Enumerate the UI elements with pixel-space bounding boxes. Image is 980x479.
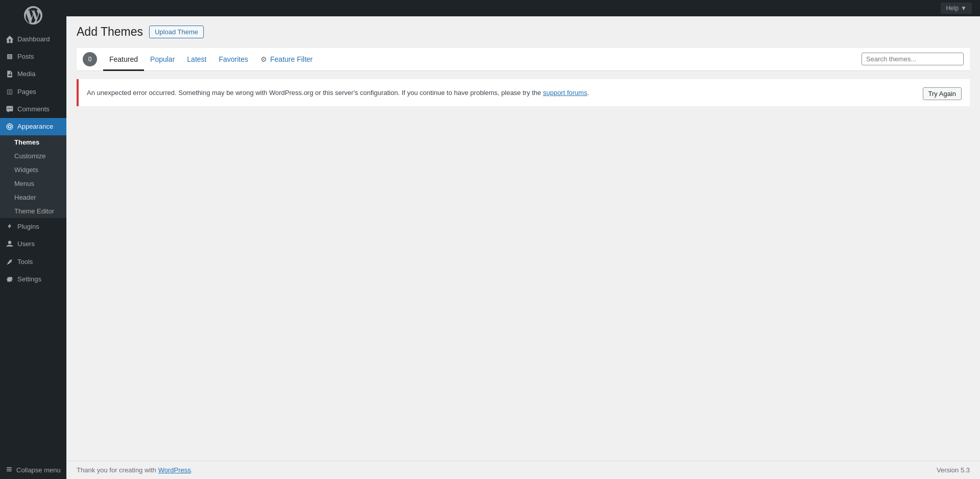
error-notice: An unexpected error occurred. Something … [77,79,970,106]
upload-theme-button[interactable]: Upload Theme [149,26,204,38]
sidebar-item-theme-editor[interactable]: Theme Editor [0,204,66,218]
sidebar-item-comments-label: Comments [17,105,50,114]
sidebar-item-menus[interactable]: Menus [0,177,66,190]
users-icon [5,240,14,249]
posts-icon [5,52,14,61]
try-again-button[interactable]: Try Again [923,87,962,100]
settings-icon [5,275,14,284]
support-forums-link[interactable]: support forums [543,89,587,97]
error-message: An unexpected error occurred. Something … [87,89,919,97]
sidebar-item-pages-label: Pages [17,87,36,97]
main-content: Help ▼ Add Themes Upload Theme 0 Feature… [66,0,980,479]
sidebar-item-tools[interactable]: Tools [0,253,66,271]
help-arrow: ▼ [961,5,967,12]
tab-favorites[interactable]: Favorites [212,48,254,71]
footer: Thank you for creating with WordPress. V… [66,461,980,479]
pages-icon [5,87,14,97]
search-themes-input[interactable] [862,53,964,65]
comments-icon [5,105,14,114]
sidebar-item-dashboard[interactable]: Dashboard [0,31,66,48]
help-button[interactable]: Help ▼ [941,3,972,14]
tab-feature-filter[interactable]: ⚙ Feature Filter [254,48,319,71]
topbar: Help ▼ [66,0,980,16]
theme-count-badge: 0 [83,52,97,66]
sidebar-item-widgets[interactable]: Widgets [0,163,66,177]
wordpress-link[interactable]: WordPress [158,466,191,474]
page-title: Add Themes [77,25,143,40]
sidebar-item-posts-label: Posts [17,52,34,61]
sidebar-item-users-label: Users [17,240,35,249]
collapse-menu-item[interactable]: Collapse menu [0,461,66,479]
sidebar-item-appearance[interactable]: Appearance [0,118,66,135]
help-label: Help [946,5,959,12]
feature-filter-label: Feature Filter [270,55,313,63]
appearance-icon [5,122,14,131]
sidebar-item-posts[interactable]: Posts [0,48,66,65]
page-content: Add Themes Upload Theme 0 Featured Popul… [66,16,980,461]
tabs-bar: 0 Featured Popular Latest Favorites ⚙ Fe… [77,48,970,71]
error-message-text: An unexpected error occurred. Something … [87,89,543,97]
sidebar-item-plugins[interactable]: Plugins [0,218,66,235]
footer-text: Thank you for creating with WordPress. [77,466,193,474]
tab-popular[interactable]: Popular [144,48,181,71]
sidebar-item-pages[interactable]: Pages [0,83,66,101]
error-message-end: . [587,89,589,97]
plugins-icon [5,222,14,231]
appearance-submenu: Themes Customize Widgets Menus Header Th… [0,135,66,218]
version-label: Version 5.3 [937,466,970,474]
sidebar-item-media-label: Media [17,69,35,79]
sidebar-item-appearance-label: Appearance [17,122,53,131]
tools-icon [5,257,14,267]
sidebar-item-users[interactable]: Users [0,235,66,253]
sidebar: Dashboard Posts Media Pages Comments App… [0,0,66,479]
sidebar-item-media[interactable]: Media [0,65,66,83]
footer-thank-you: Thank you for creating with [77,466,158,474]
collapse-icon [5,465,13,475]
tab-featured[interactable]: Featured [103,48,144,71]
sidebar-item-themes[interactable]: Themes [0,135,66,149]
sidebar-item-customize[interactable]: Customize [0,149,66,163]
gear-icon: ⚙ [260,55,267,63]
sidebar-item-settings-label: Settings [17,275,41,284]
sidebar-item-comments[interactable]: Comments [0,101,66,118]
media-icon [5,69,14,79]
page-header: Add Themes Upload Theme [77,25,970,40]
sidebar-item-settings[interactable]: Settings [0,271,66,288]
sidebar-item-tools-label: Tools [17,257,33,267]
sidebar-item-dashboard-label: Dashboard [17,35,50,44]
sidebar-item-plugins-label: Plugins [17,222,39,231]
sidebar-item-header[interactable]: Header [0,190,66,204]
sidebar-logo [0,0,66,31]
dashboard-icon [5,35,14,44]
tab-latest[interactable]: Latest [181,48,212,71]
collapse-menu-label: Collapse menu [16,466,61,474]
